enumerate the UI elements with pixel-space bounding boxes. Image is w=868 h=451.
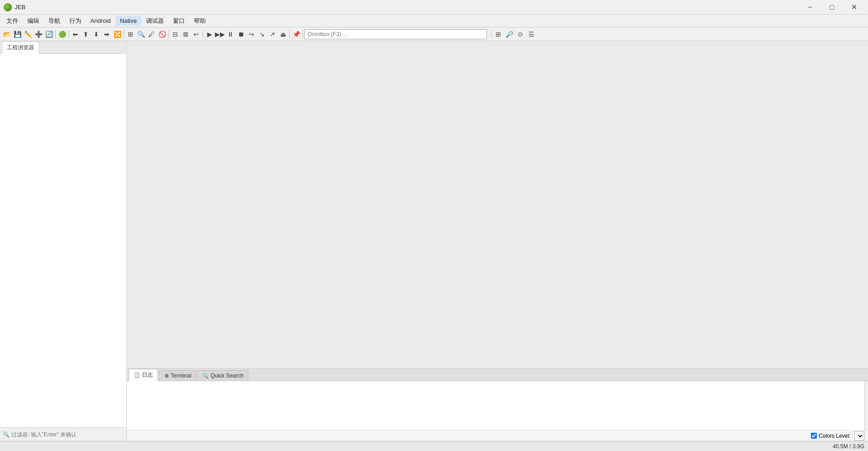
toolbar-icon-menu[interactable]: ☰ [526, 29, 536, 39]
toolbar-sep-4 [168, 30, 169, 38]
toolbar-btn-pin[interactable]: 📌 [291, 29, 301, 39]
menu-item-native[interactable]: Native [115, 16, 141, 26]
editor-area [127, 41, 868, 368]
bottom-tab-quick-search[interactable]: 🔍Quick Search [197, 370, 248, 381]
toolbar-btn-26[interactable]: ⏏ [278, 29, 288, 39]
close-button[interactable]: ✕ [843, 0, 864, 15]
toolbar-btn-20[interactable]: ▶▶ [215, 29, 225, 39]
toolbar-btn-23[interactable]: ↪ [246, 29, 256, 39]
menu-item-navigate[interactable]: 导航 [44, 16, 65, 26]
main-area: 工程浏览器 🔍 📋日志🖥Terminal🔍Quick Search [0, 41, 868, 441]
quick-search-tab-icon: 🔍 [202, 373, 209, 379]
bottom-tab-bar: 📋日志🖥Terminal🔍Quick Search [127, 368, 868, 381]
menu-item-debug[interactable]: 调试器 [141, 16, 168, 26]
toolbar-btn-19[interactable]: ▶ [204, 29, 214, 39]
toolbar-right-icons: ⊞ 🔎 ⊙ ☰ [490, 29, 536, 39]
menu-item-edit[interactable]: 编辑 [23, 16, 44, 26]
project-browser-tab[interactable]: 工程浏览器 [2, 42, 39, 54]
toolbar-sep-2 [68, 30, 69, 38]
menubar: 文件编辑导航行为AndroidNative调试器窗口帮助 [0, 15, 868, 27]
toolbar-btn-10[interactable]: ➡ [102, 29, 112, 39]
scrollbar-track[interactable] [864, 381, 868, 430]
filter-icon: 🔍 [3, 431, 10, 438]
toolbar-sep-5 [203, 30, 203, 38]
toolbar-btn-4[interactable]: ➕ [33, 29, 43, 39]
toolbar-icon-circle[interactable]: ⊙ [515, 29, 525, 39]
toolbar-btn-11[interactable]: 🔀 [112, 29, 122, 39]
toolbar-sep-8 [491, 30, 492, 38]
toolbar-btn-5[interactable]: 🔄 [44, 29, 54, 39]
bottom-panel: 📋日志🖥Terminal🔍Quick Search Colors Level: [127, 368, 868, 441]
toolbar-sep-3 [124, 30, 124, 38]
bottom-tab-terminal[interactable]: 🖥Terminal [159, 370, 196, 381]
toolbar-btn-13[interactable]: 🔍 [136, 29, 146, 39]
terminal-tab-label: Terminal [171, 372, 191, 379]
menu-item-window[interactable]: 窗口 [168, 16, 189, 26]
log-tab-icon: 📋 [134, 372, 140, 378]
toolbar-btn-24[interactable]: ↘ [257, 29, 267, 39]
toolbar-btn-2[interactable]: 💾 [12, 29, 22, 39]
app-title: JEB [15, 4, 800, 10]
toolbar-btn-6[interactable]: 🟢 [57, 29, 67, 39]
filter-input[interactable] [11, 431, 124, 438]
toolbar-btn-25[interactable]: ↗ [267, 29, 277, 39]
toolbar-btn-17[interactable]: ⊠ [181, 29, 191, 39]
omnibox-input[interactable] [304, 29, 487, 39]
filter-bar: 🔍 [0, 427, 126, 441]
left-panel-tab-bar: 工程浏览器 [0, 41, 126, 54]
toolbar-btn-9[interactable]: ⬇ [91, 29, 101, 39]
toolbar-btn-16[interactable]: ⊟ [170, 29, 180, 39]
memory-status: 40.5M / 3.9G [833, 443, 864, 450]
menu-item-file[interactable]: 文件 [2, 16, 23, 26]
toolbar-sep-1 [55, 30, 56, 38]
toolbar-btn-22[interactable]: ⏹ [236, 29, 246, 39]
log-content [127, 381, 864, 430]
menu-item-help[interactable]: 帮助 [189, 16, 210, 26]
toolbar-btn-1[interactable]: 📂 [2, 29, 12, 39]
titlebar: JEB − □ ✕ [0, 0, 868, 15]
colors-checkbox[interactable] [811, 433, 817, 439]
toolbar: 📂 💾 ✏️ ➕ 🔄 🟢 ⬅ ⬆ ⬇ ➡ 🔀 ⊞ 🔍 🖊 🚫 ⊟ ⊠ ↩ ▶ ▶… [0, 27, 868, 41]
toolbar-sep-7 [303, 30, 303, 38]
statusbar: 40.5M / 3.9G [0, 441, 868, 451]
log-tab-label: 日志 [142, 371, 153, 379]
project-browser-content [0, 54, 126, 427]
toolbar-btn-7[interactable]: ⬅ [70, 29, 80, 39]
bottom-toolbar: Colors Level: [127, 430, 868, 441]
app-logo-icon [4, 3, 12, 11]
bottom-tab-log[interactable]: 📋日志 [129, 369, 158, 381]
level-select[interactable] [854, 431, 864, 441]
toolbar-btn-21[interactable]: ⏸ [225, 29, 235, 39]
colors-level-label: Colors Level: [819, 433, 851, 439]
toolbar-btn-8[interactable]: ⬆ [81, 29, 91, 39]
colors-label: Colors Level: [811, 433, 851, 439]
toolbar-btn-12[interactable]: ⊞ [125, 29, 136, 39]
toolbar-sep-6 [289, 30, 290, 38]
toolbar-btn-15[interactable]: 🚫 [157, 29, 167, 39]
toolbar-icon-grid[interactable]: ⊞ [493, 29, 503, 39]
toolbar-btn-14[interactable]: 🖊 [146, 29, 157, 39]
quick-search-tab-label: Quick Search [210, 372, 243, 379]
terminal-tab-icon: 🖥 [164, 373, 169, 378]
right-panel: 📋日志🖥Terminal🔍Quick Search Colors Level: [127, 41, 868, 441]
toolbar-btn-18[interactable]: ↩ [191, 29, 201, 39]
minimize-button[interactable]: − [800, 0, 821, 15]
toolbar-btn-3[interactable]: ✏️ [23, 29, 33, 39]
menu-item-action[interactable]: 行为 [65, 16, 86, 26]
window-controls: − □ ✕ [800, 0, 864, 15]
maximize-button[interactable]: □ [821, 0, 842, 15]
left-panel: 工程浏览器 🔍 [0, 41, 127, 441]
toolbar-icon-search2[interactable]: 🔎 [504, 29, 514, 39]
menu-item-android[interactable]: Android [86, 16, 115, 26]
